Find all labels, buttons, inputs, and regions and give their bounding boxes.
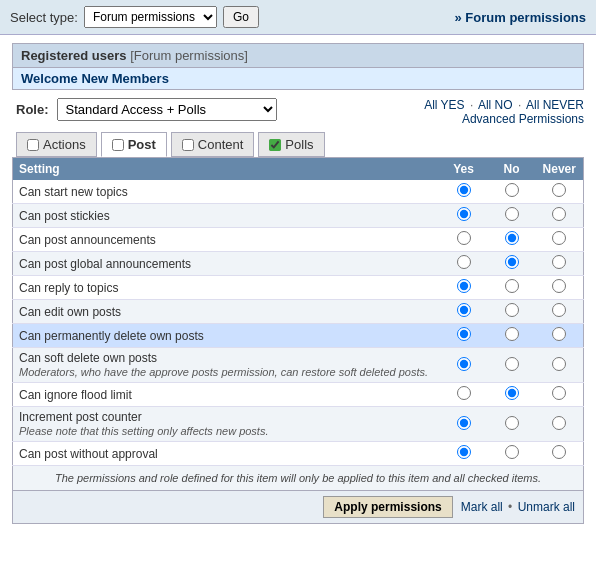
radio-never-edit-own-posts[interactable] (552, 303, 566, 317)
radio-yes-post-global-announcements[interactable] (457, 255, 471, 269)
radio-yes-post-without-approval[interactable] (457, 445, 471, 459)
radio-yes-post-stickies[interactable] (457, 207, 471, 221)
radio-never-post-without-approval[interactable] (552, 445, 566, 459)
radio-no-post-announcements[interactable] (505, 231, 519, 245)
radio-no-increment-post-counter[interactable] (505, 416, 519, 430)
all-never-link[interactable]: All NEVER (526, 98, 584, 112)
radio-never-cell (536, 383, 584, 407)
radio-never-cell (536, 204, 584, 228)
radio-yes-soft-delete-own[interactable] (457, 357, 471, 371)
table-row: Can post global announcements (13, 252, 584, 276)
mark-all-link[interactable]: Mark all (461, 500, 503, 514)
tab-bar: Actions Post Content Polls (12, 132, 584, 157)
action-bar: Apply permissions Mark all • Unmark all (12, 491, 584, 524)
go-button[interactable]: Go (223, 6, 259, 28)
setting-cell: Can permanently delete own posts (13, 324, 440, 348)
radio-yes-cell (440, 276, 488, 300)
role-right: All YES · All NO · All NEVER Advanced Pe… (424, 98, 584, 126)
all-no-link[interactable]: All NO (478, 98, 513, 112)
role-select[interactable]: Standard Access + Polls (57, 98, 277, 121)
setting-name: Can ignore flood limit (19, 388, 132, 402)
radio-never-perm-delete-own[interactable] (552, 327, 566, 341)
radio-never-post-announcements[interactable] (552, 231, 566, 245)
radio-no-post-without-approval[interactable] (505, 445, 519, 459)
unmark-all-link[interactable]: Unmark all (518, 500, 575, 514)
registered-users-bar: Registered users [Forum permissions] (12, 43, 584, 68)
radio-never-cell (536, 407, 584, 442)
role-label: Role: (16, 102, 49, 117)
all-yes-link[interactable]: All YES (424, 98, 464, 112)
radio-yes-cell (440, 407, 488, 442)
radio-no-ignore-flood[interactable] (505, 386, 519, 400)
table-row: Increment post counterPlease note that t… (13, 407, 584, 442)
type-select[interactable]: Forum permissions (84, 6, 217, 28)
type-selector: Select type: Forum permissions Go (10, 6, 259, 28)
radio-yes-post-announcements[interactable] (457, 231, 471, 245)
radio-no-cell (488, 324, 536, 348)
tab-actions-checkbox[interactable] (27, 139, 39, 151)
radio-yes-increment-post-counter[interactable] (457, 416, 471, 430)
radio-yes-edit-own-posts[interactable] (457, 303, 471, 317)
table-row: Can soft delete own postsModerators, who… (13, 348, 584, 383)
setting-name: Can post without approval (19, 447, 158, 461)
tab-polls[interactable]: Polls (258, 132, 324, 157)
tab-post[interactable]: Post (101, 132, 167, 157)
radio-no-soft-delete-own[interactable] (505, 357, 519, 371)
setting-name: Increment post counter (19, 410, 142, 424)
radio-never-cell (536, 276, 584, 300)
radio-no-cell (488, 252, 536, 276)
radio-yes-cell (440, 300, 488, 324)
setting-cell: Can ignore flood limit (13, 383, 440, 407)
tab-polls-checkbox[interactable] (269, 139, 281, 151)
tab-actions-label: Actions (43, 137, 86, 152)
radio-yes-ignore-flood[interactable] (457, 386, 471, 400)
table-row: Can reply to topics (13, 276, 584, 300)
dot1: · (470, 98, 473, 112)
mark-separator: • (508, 500, 512, 514)
radio-yes-perm-delete-own[interactable] (457, 327, 471, 341)
radio-yes-cell (440, 442, 488, 466)
radio-never-increment-post-counter[interactable] (552, 416, 566, 430)
tab-content[interactable]: Content (171, 132, 255, 157)
radio-no-cell (488, 407, 536, 442)
setting-name: Can soft delete own posts (19, 351, 157, 365)
tab-content-checkbox[interactable] (182, 139, 194, 151)
table-row: Can post without approval (13, 442, 584, 466)
advanced-permissions-link[interactable]: Advanced Permissions (462, 112, 584, 126)
radio-never-post-global-announcements[interactable] (552, 255, 566, 269)
tab-content-label: Content (198, 137, 244, 152)
tab-post-checkbox[interactable] (112, 139, 124, 151)
setting-name: Can start new topics (19, 185, 128, 199)
radio-no-start-topics[interactable] (505, 183, 519, 197)
setting-sub: Moderators, who have the approve posts p… (19, 366, 428, 378)
forum-permissions-link[interactable]: » Forum permissions (455, 10, 586, 25)
setting-name: Can post global announcements (19, 257, 191, 271)
radio-no-cell (488, 383, 536, 407)
radio-no-cell (488, 204, 536, 228)
radio-never-soft-delete-own[interactable] (552, 357, 566, 371)
main-content: Registered users [Forum permissions] Wel… (0, 35, 596, 532)
radio-no-cell (488, 276, 536, 300)
radio-never-ignore-flood[interactable] (552, 386, 566, 400)
tab-actions[interactable]: Actions (16, 132, 97, 157)
radio-yes-reply-topics[interactable] (457, 279, 471, 293)
radio-yes-start-topics[interactable] (457, 183, 471, 197)
all-links: All YES · All NO · All NEVER (424, 98, 584, 112)
dot2: · (518, 98, 521, 112)
col-setting: Setting (13, 158, 440, 181)
radio-no-post-global-announcements[interactable] (505, 255, 519, 269)
apply-permissions-button[interactable]: Apply permissions (323, 496, 452, 518)
radio-yes-cell (440, 252, 488, 276)
radio-never-cell (536, 180, 584, 204)
radio-no-cell (488, 180, 536, 204)
setting-cell: Can reply to topics (13, 276, 440, 300)
setting-cell: Can post stickies (13, 204, 440, 228)
radio-never-reply-topics[interactable] (552, 279, 566, 293)
radio-never-start-topics[interactable] (552, 183, 566, 197)
radio-no-reply-topics[interactable] (505, 279, 519, 293)
table-row: Can post announcements (13, 228, 584, 252)
radio-no-perm-delete-own[interactable] (505, 327, 519, 341)
radio-no-edit-own-posts[interactable] (505, 303, 519, 317)
radio-no-post-stickies[interactable] (505, 207, 519, 221)
radio-never-post-stickies[interactable] (552, 207, 566, 221)
